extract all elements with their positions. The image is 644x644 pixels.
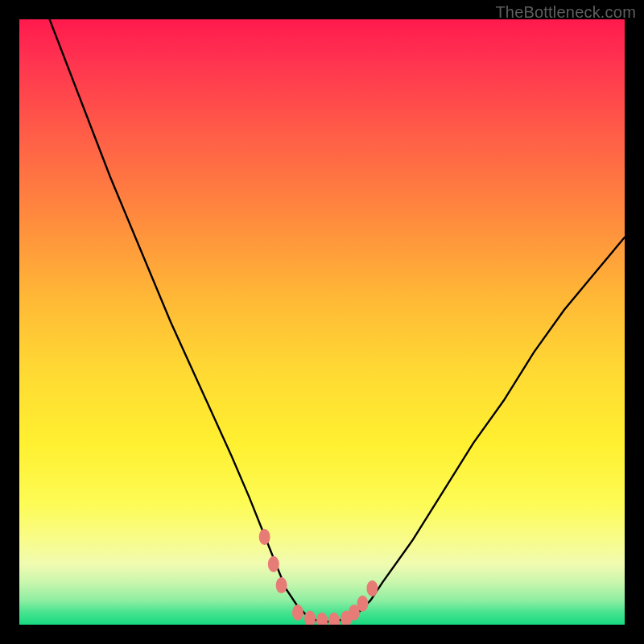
curve-marker (259, 529, 270, 545)
bottleneck-curve (50, 19, 625, 621)
curve-marker (268, 556, 279, 572)
curve-marker (316, 613, 328, 625)
curve-marker (292, 605, 303, 621)
curve-marker (328, 613, 340, 625)
curve-marker (366, 580, 378, 597)
marker-group (259, 529, 378, 625)
curve-marker (357, 596, 368, 612)
curve-marker (304, 611, 316, 625)
plot-area (19, 19, 625, 625)
watermark-text: TheBottleneck.com (495, 3, 636, 22)
curve-layer (19, 19, 625, 625)
chart-frame: TheBottleneck.com (0, 0, 644, 644)
curve-marker (276, 577, 287, 593)
